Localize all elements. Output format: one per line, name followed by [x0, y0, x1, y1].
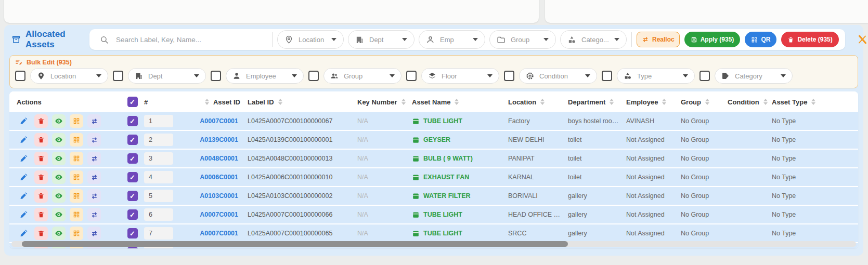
row-actions — [17, 170, 121, 184]
bulk-field-checkbox[interactable] — [504, 71, 514, 81]
filter-dropdown-catego[interactable]: Catego... — [560, 30, 627, 49]
cell-label-id: L0425A0103C000100000002 — [240, 192, 352, 200]
reallocate-button[interactable] — [87, 152, 101, 165]
page-title-text: Allocated Assets — [25, 29, 89, 50]
sort-icon[interactable] — [811, 99, 815, 105]
reallocate-button[interactable] — [87, 114, 101, 128]
sort-icon[interactable] — [455, 99, 459, 105]
reallocate-button[interactable] — [87, 227, 101, 240]
edit-button[interactable] — [17, 208, 30, 221]
chevron-down-icon — [683, 74, 688, 77]
filter-dropdown-group[interactable]: Group — [489, 30, 556, 49]
horizontal-scrollbar[interactable] — [11, 241, 856, 247]
dropdown-label: Group — [344, 72, 362, 80]
edit-button[interactable] — [17, 133, 30, 147]
qr-row-button[interactable] — [70, 114, 83, 128]
bulk-dropdown-type[interactable]: Type — [617, 68, 695, 84]
delete-row-button[interactable] — [34, 170, 48, 184]
edit-button[interactable] — [17, 152, 30, 165]
bulk-field-checkbox[interactable] — [406, 71, 417, 81]
bulk-dropdown-location[interactable]: Location — [30, 68, 108, 84]
view-button[interactable] — [52, 189, 66, 203]
delete-row-button[interactable] — [34, 208, 48, 221]
sort-icon[interactable] — [401, 99, 406, 105]
delete-row-button[interactable] — [34, 227, 48, 240]
view-button[interactable] — [52, 152, 66, 165]
sort-icon[interactable] — [540, 99, 545, 105]
asset-box-icon — [412, 136, 420, 144]
row-checkbox[interactable]: ✓ — [127, 153, 138, 164]
qr-row-button[interactable] — [70, 170, 83, 184]
delete-row-button[interactable] — [34, 152, 48, 165]
edit-button[interactable] — [17, 170, 30, 184]
row-checkbox[interactable]: ✓ — [127, 116, 138, 126]
filter-dropdown-dept[interactable]: Dept — [348, 30, 414, 49]
realloc-button[interactable]: Realloc — [637, 32, 680, 47]
qr-row-button[interactable] — [70, 189, 83, 203]
view-button[interactable] — [52, 208, 66, 221]
search-input[interactable] — [115, 35, 261, 44]
filter-dropdown-location[interactable]: Location — [277, 30, 344, 49]
cell-asset-id[interactable]: A0007C0001 — [191, 230, 240, 237]
select-all-checkbox[interactable]: ✓ — [127, 97, 138, 107]
reallocate-button[interactable] — [87, 189, 101, 203]
row-checkbox[interactable]: ✓ — [127, 209, 138, 220]
sort-icon[interactable] — [610, 99, 614, 105]
sort-icon[interactable] — [705, 99, 709, 105]
filter-dropdown-emp[interactable]: Emp — [419, 30, 485, 49]
cell-asset-id[interactable]: A0139C0001 — [191, 136, 240, 143]
cell-asset-id[interactable]: A0007C0001 — [191, 117, 240, 125]
row-checkbox[interactable]: ✓ — [127, 191, 138, 201]
cell-employee: AVINASH — [626, 117, 681, 125]
qr-row-button[interactable] — [70, 133, 83, 147]
sort-icon[interactable] — [278, 99, 282, 105]
bulk-dropdown-floor[interactable]: Floor — [421, 68, 499, 84]
bulk-field-checkbox[interactable] — [602, 71, 612, 81]
bulk-field-checkbox[interactable] — [15, 71, 25, 81]
sort-icon[interactable] — [763, 99, 768, 105]
edit-button[interactable] — [17, 189, 30, 203]
cell-asset-id[interactable]: A0048C0001 — [191, 155, 240, 162]
bulk-dropdown-condition[interactable]: Condition — [519, 68, 597, 84]
row-checkbox[interactable]: ✓ — [127, 247, 138, 248]
row-checkbox[interactable]: ✓ — [127, 135, 138, 145]
row-checkbox[interactable]: ✓ — [127, 228, 138, 239]
bulk-field-checkbox[interactable] — [699, 71, 710, 81]
cell-asset-id[interactable]: A0103C0001 — [191, 192, 240, 200]
bulk-field-checkbox[interactable] — [113, 71, 123, 81]
bulk-field-checkbox[interactable] — [308, 71, 319, 81]
delete-row-button[interactable] — [34, 189, 48, 203]
delete-button[interactable]: Delete (935) — [781, 32, 838, 47]
apply-button[interactable]: Apply (935) — [684, 32, 741, 47]
delete-row-button[interactable] — [34, 114, 48, 128]
col-num: # — [144, 98, 191, 106]
horizontal-scrollbar-thumb[interactable] — [22, 241, 568, 247]
view-button[interactable] — [52, 114, 66, 128]
bulk-dropdown-employee[interactable]: Employee — [226, 68, 304, 84]
bulk-dropdown-dept[interactable]: Dept — [128, 68, 206, 84]
view-button[interactable] — [52, 133, 66, 147]
view-button[interactable] — [52, 227, 66, 240]
reallocate-button[interactable] — [87, 208, 101, 221]
qr-row-button[interactable] — [70, 208, 83, 221]
person-icon — [232, 72, 241, 80]
row-checkbox[interactable]: ✓ — [127, 172, 138, 182]
clear-filters-x-icon[interactable] — [857, 34, 868, 45]
bulk-field-checkbox[interactable] — [211, 71, 221, 81]
edit-button[interactable] — [17, 114, 30, 128]
sort-icon[interactable] — [662, 99, 666, 105]
view-button[interactable] — [52, 170, 66, 184]
edit-button[interactable] — [17, 227, 30, 240]
bulk-dropdown-group[interactable]: Group — [323, 68, 401, 84]
qr-row-button[interactable] — [70, 152, 83, 165]
reallocate-button[interactable] — [87, 170, 101, 184]
delete-row-button[interactable] — [34, 133, 48, 147]
qr-button[interactable]: QR — [745, 32, 776, 47]
search-box[interactable] — [96, 35, 267, 44]
sort-icon[interactable] — [205, 99, 209, 105]
cell-asset-id[interactable]: A0006C0001 — [191, 174, 240, 181]
bulk-dropdown-category[interactable]: Category — [715, 68, 793, 84]
reallocate-button[interactable] — [87, 133, 101, 147]
cell-asset-id[interactable]: A0007C0001 — [191, 211, 240, 218]
qr-row-button[interactable] — [70, 227, 83, 240]
